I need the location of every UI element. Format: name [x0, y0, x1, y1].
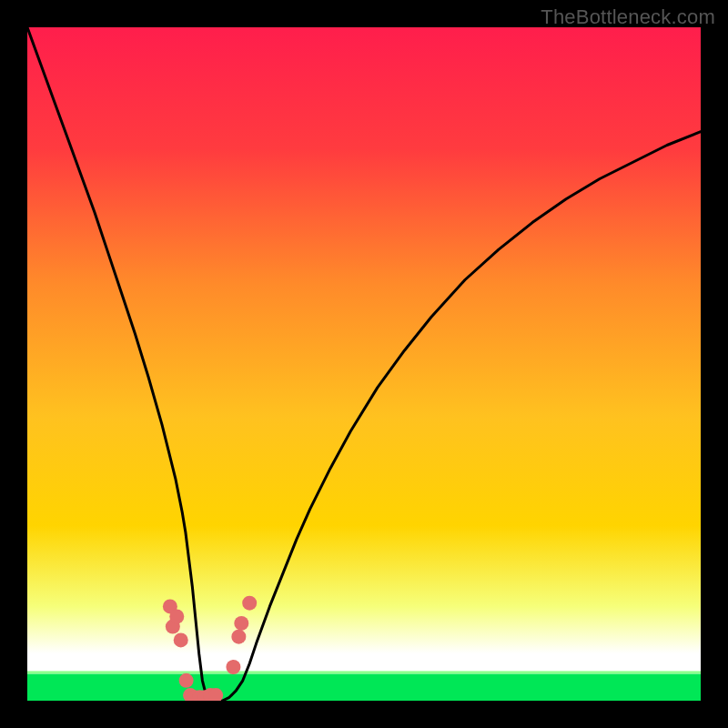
svg-point-14	[226, 660, 240, 674]
chart-stage: TheBottleneck.com	[0, 0, 728, 728]
svg-rect-0	[27, 27, 701, 701]
svg-rect-2	[27, 671, 701, 673]
svg-point-6	[174, 632, 188, 647]
bottleneck-plot	[27, 27, 701, 701]
svg-point-7	[179, 673, 194, 688]
svg-point-16	[234, 616, 248, 631]
watermark-text: TheBottleneck.com	[541, 5, 715, 29]
svg-point-17	[242, 596, 257, 611]
svg-rect-1	[27, 673, 701, 701]
svg-point-5	[169, 610, 184, 624]
svg-point-15	[231, 630, 246, 644]
